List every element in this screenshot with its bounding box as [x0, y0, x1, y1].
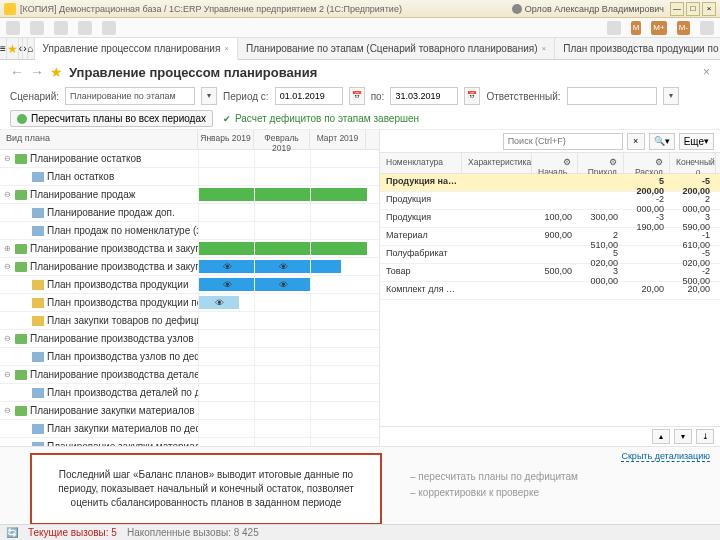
- plan-row[interactable]: ⊖Планирование производства и закупки тов…: [0, 258, 379, 276]
- expand-icon[interactable]: ⊖: [2, 406, 12, 415]
- plan-row[interactable]: ⊖Планирование производства узлов: [0, 330, 379, 348]
- col-month-3[interactable]: Март 2019: [310, 130, 366, 149]
- gantt-cell[interactable]: 👁: [198, 276, 254, 293]
- gantt-cell[interactable]: [254, 366, 310, 383]
- gantt-cell[interactable]: [310, 186, 366, 203]
- plan-row[interactable]: План производства продукции👁👁: [0, 276, 379, 294]
- nav-star-icon[interactable]: ★: [7, 38, 19, 59]
- more-button[interactable]: Еще▾: [679, 133, 714, 150]
- toolbar-icon[interactable]: [6, 21, 20, 35]
- col-expense[interactable]: ⚙ Расход: [624, 153, 670, 173]
- col-income[interactable]: ⚙ Приход: [578, 153, 624, 173]
- gantt-cell[interactable]: [310, 150, 366, 167]
- gantt-cell[interactable]: [254, 420, 310, 437]
- close-icon[interactable]: ×: [542, 44, 547, 53]
- search-input[interactable]: [503, 133, 623, 150]
- gantt-cell[interactable]: [198, 312, 254, 329]
- scroll-up-icon[interactable]: ▴: [652, 429, 670, 444]
- table-row[interactable]: Комплект для …20,0020,00: [380, 282, 720, 300]
- page-close-icon[interactable]: ×: [703, 65, 710, 79]
- date-to-input[interactable]: [390, 87, 458, 105]
- plan-row[interactable]: Планирование продаж доп.: [0, 204, 379, 222]
- gantt-cell[interactable]: 👁: [198, 258, 254, 275]
- plan-row[interactable]: ⊖Планирование производства деталей: [0, 366, 379, 384]
- gantt-cell[interactable]: [310, 294, 366, 311]
- gantt-cell[interactable]: [254, 402, 310, 419]
- col-final[interactable]: Конечный о…: [670, 153, 716, 173]
- tab-planning-process[interactable]: Управление процессом планирования×: [35, 38, 238, 60]
- gantt-cell[interactable]: [254, 168, 310, 185]
- plan-row[interactable]: ⊕Планирование производства и закупки …: [0, 240, 379, 258]
- hide-detail-link[interactable]: Скрыть детализацию: [621, 451, 710, 462]
- responsible-picker-icon[interactable]: ▾: [663, 87, 679, 105]
- gantt-cell[interactable]: [254, 204, 310, 221]
- plan-row[interactable]: Планирование закупки материалов вручную: [0, 438, 379, 446]
- toolbar-icon[interactable]: [54, 21, 68, 35]
- gantt-cell[interactable]: [198, 204, 254, 221]
- gantt-cell[interactable]: [310, 276, 366, 293]
- gantt-cell[interactable]: [254, 240, 310, 257]
- plan-row[interactable]: План продаж по номенклатуре (зам. по ист…: [0, 222, 379, 240]
- gantt-cell[interactable]: [254, 150, 310, 167]
- tab-production-plan[interactable]: План производства продукции по дефициту …: [555, 38, 720, 59]
- gantt-cell[interactable]: [254, 438, 310, 446]
- gantt-cell[interactable]: 👁: [198, 294, 254, 311]
- m-icon[interactable]: M: [631, 21, 642, 35]
- plan-row[interactable]: План производства деталей по дефициту: [0, 384, 379, 402]
- toolbar-icon[interactable]: [30, 21, 44, 35]
- scroll-down-icon[interactable]: ▾: [674, 429, 692, 444]
- plan-row[interactable]: ⊖Планирование продаж: [0, 186, 379, 204]
- gantt-cell[interactable]: [198, 438, 254, 446]
- plan-row[interactable]: План закупки товаров по дефициту: [0, 312, 379, 330]
- gantt-cell[interactable]: [310, 240, 366, 257]
- scenario-select[interactable]: Планирование по этапам: [65, 87, 195, 105]
- gantt-cell[interactable]: [254, 384, 310, 401]
- favorite-icon[interactable]: ★: [50, 64, 63, 80]
- m-minus-icon[interactable]: M-: [677, 21, 690, 35]
- search-button[interactable]: ×: [627, 133, 645, 150]
- gantt-cell[interactable]: [310, 366, 366, 383]
- gantt-cell[interactable]: [198, 384, 254, 401]
- gantt-cell[interactable]: [254, 222, 310, 239]
- responsible-input[interactable]: [567, 87, 657, 105]
- gantt-cell[interactable]: [198, 402, 254, 419]
- gantt-cell[interactable]: [198, 348, 254, 365]
- expand-icon[interactable]: ⊕: [2, 244, 12, 253]
- gantt-cell[interactable]: [310, 348, 366, 365]
- gantt-cell[interactable]: [198, 240, 254, 257]
- gantt-cell[interactable]: [198, 420, 254, 437]
- col-initial[interactable]: ⚙ Началь…: [532, 153, 578, 173]
- gantt-cell[interactable]: [310, 438, 366, 446]
- close-icon[interactable]: ×: [224, 44, 229, 53]
- close-window-button[interactable]: ×: [702, 2, 716, 16]
- table-row[interactable]: Продукция-2 000,002 000,00: [380, 192, 720, 210]
- expand-icon[interactable]: ⊖: [2, 334, 12, 343]
- table-row[interactable]: Продукция100,00300,00-3 190,003 590,00: [380, 210, 720, 228]
- col-characteristic[interactable]: Характеристика: [462, 153, 532, 173]
- gantt-cell[interactable]: [310, 258, 366, 275]
- gantt-cell[interactable]: [198, 168, 254, 185]
- date-from-input[interactable]: [275, 87, 343, 105]
- minimize-button[interactable]: —: [670, 2, 684, 16]
- maximize-button[interactable]: □: [686, 2, 700, 16]
- col-nomenclature[interactable]: Номенклатура: [380, 153, 462, 173]
- fwd-icon[interactable]: →: [30, 64, 44, 80]
- table-row[interactable]: Продукция на…5 200,00-5 200,00: [380, 174, 720, 192]
- toolbar-icon[interactable]: [700, 21, 714, 35]
- gantt-cell[interactable]: [254, 312, 310, 329]
- gantt-cell[interactable]: [254, 186, 310, 203]
- gantt-cell[interactable]: [254, 330, 310, 347]
- calendar-icon[interactable]: 📅: [464, 87, 480, 105]
- plan-row[interactable]: План закупки материалов по дефициту: [0, 420, 379, 438]
- col-month-1[interactable]: Январь 2019: [198, 130, 254, 149]
- gantt-cell[interactable]: [310, 420, 366, 437]
- toolbar-icon[interactable]: [607, 21, 621, 35]
- m-plus-icon[interactable]: M+: [651, 21, 666, 35]
- plan-row[interactable]: План производства узлов по дефициту: [0, 348, 379, 366]
- gantt-cell[interactable]: [310, 204, 366, 221]
- gantt-cell[interactable]: [198, 186, 254, 203]
- nav-menu-icon[interactable]: ≡: [0, 38, 7, 59]
- gantt-cell[interactable]: [310, 312, 366, 329]
- recalc-button[interactable]: Пересчитать планы во всех периодах: [10, 110, 213, 127]
- plan-row[interactable]: План остатков: [0, 168, 379, 186]
